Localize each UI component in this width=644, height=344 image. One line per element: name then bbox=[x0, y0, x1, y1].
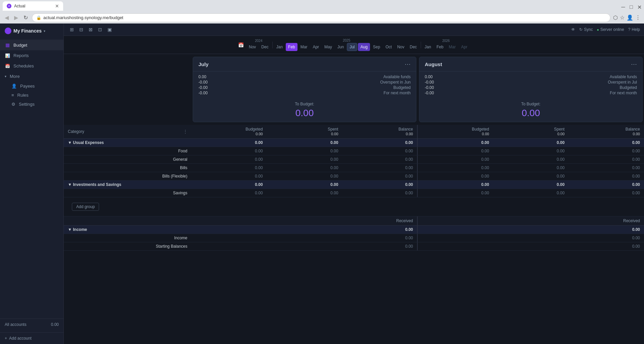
eye-button[interactable]: 👁 bbox=[571, 27, 575, 32]
bills-name[interactable]: Bills bbox=[64, 164, 191, 172]
tab-close-button[interactable]: ✕ bbox=[55, 3, 59, 9]
sidebar-item-schedules[interactable]: 📅 Schedules bbox=[0, 61, 63, 71]
sidebar-item-budget[interactable]: ▦ Budget bbox=[0, 40, 63, 50]
month-jul-2025[interactable]: Jul bbox=[347, 43, 357, 51]
more-section[interactable]: ▾ More bbox=[0, 71, 63, 82]
ue-jul-budgeted[interactable]: 0.00 bbox=[191, 139, 267, 147]
inv-aug-balance: 0.00 bbox=[568, 181, 644, 189]
back-button[interactable]: ◀ bbox=[3, 14, 10, 21]
ue-aug-spent[interactable]: 0.00 bbox=[493, 139, 569, 147]
layout-icon-3[interactable]: ⊠ bbox=[87, 26, 95, 34]
savings-jul-spent[interactable]: 0.00 bbox=[267, 189, 342, 197]
month-dec-2025[interactable]: Dec bbox=[407, 43, 419, 51]
month-aug-2025[interactable]: Aug bbox=[358, 43, 370, 51]
income-cat-aug-s bbox=[493, 234, 569, 242]
investments-name[interactable]: ▼ Investments and Savings bbox=[64, 181, 191, 189]
savings-aug-spent[interactable]: 0.00 bbox=[493, 189, 569, 197]
bills-aug-balance: 0.00 bbox=[568, 164, 644, 172]
inv-jul-budgeted[interactable]: 0.00 bbox=[191, 181, 267, 189]
savings-jul-budgeted[interactable]: 0.00 bbox=[191, 189, 267, 197]
food-aug-budgeted[interactable]: 0.00 bbox=[418, 147, 493, 155]
layout-icon-5[interactable]: ▣ bbox=[105, 26, 113, 34]
general-name[interactable]: General bbox=[64, 155, 191, 163]
month-dec-2024[interactable]: Dec bbox=[259, 43, 271, 51]
month-apr-2025[interactable]: Apr bbox=[310, 43, 321, 51]
billsflex-jul-spent[interactable]: 0.00 bbox=[267, 172, 342, 180]
help-button[interactable]: ? Help bbox=[628, 27, 640, 32]
add-account-button[interactable]: + Add account bbox=[0, 332, 63, 344]
month-mar-2026[interactable]: Mar bbox=[447, 43, 458, 51]
sidebar-item-rules[interactable]: ≡ Rules bbox=[1, 91, 63, 100]
food-jul-spent[interactable]: 0.00 bbox=[267, 147, 342, 155]
bills-jul-budgeted[interactable]: 0.00 bbox=[191, 164, 267, 172]
month-may-2025[interactable]: May bbox=[322, 43, 334, 51]
income-group-name[interactable]: ▼ Income bbox=[64, 226, 191, 234]
profile-button[interactable]: 👤 bbox=[627, 14, 633, 21]
savings-name[interactable]: Savings bbox=[64, 189, 191, 197]
starting-balances-name[interactable]: Starting Balances bbox=[64, 242, 191, 250]
usual-expenses-name[interactable]: ▼ Usual Expenses bbox=[64, 139, 191, 147]
browser-tab[interactable]: A Actual ✕ bbox=[3, 1, 63, 11]
layout-icon-4[interactable]: ⊡ bbox=[96, 26, 104, 34]
add-group-button[interactable]: Add group bbox=[72, 203, 99, 211]
july-menu-button[interactable]: ⋯ bbox=[405, 60, 411, 68]
minimize-button[interactable]: ─ bbox=[621, 4, 625, 8]
bills-flexible-name[interactable]: Bills (Flexible) bbox=[64, 172, 191, 180]
billsflex-aug-budgeted[interactable]: 0.00 bbox=[418, 172, 493, 180]
savings-aug-budgeted[interactable]: 0.00 bbox=[418, 189, 493, 197]
aug-to-budget-label: To Budget: bbox=[425, 102, 637, 106]
month-oct-2025[interactable]: Oct bbox=[383, 43, 394, 51]
bills-aug-spent[interactable]: 0.00 bbox=[493, 164, 569, 172]
month-jan-2026[interactable]: Jan bbox=[422, 43, 433, 51]
more-subitems: 👤 Payees ≡ Rules ⚙ Settings bbox=[0, 82, 63, 109]
sync-button[interactable]: ↻ Sync bbox=[579, 27, 593, 32]
layout-icon-2[interactable]: ⊟ bbox=[77, 26, 85, 34]
address-bar[interactable]: 🔒 actual.mariushosting.synology.me/budge… bbox=[32, 13, 610, 22]
inv-aug-spent[interactable]: 0.00 bbox=[493, 181, 569, 189]
month-mar-2025[interactable]: Mar bbox=[298, 43, 310, 51]
ue-jul-spent[interactable]: 0.00 bbox=[267, 139, 342, 147]
ue-aug-balance: 0.00 bbox=[568, 139, 644, 147]
month-jun-2025[interactable]: Jun bbox=[335, 43, 346, 51]
sidebar-item-reports[interactable]: 📊 Reports bbox=[0, 50, 63, 61]
general-jul-spent[interactable]: 0.00 bbox=[267, 155, 342, 163]
food-jul-budgeted[interactable]: 0.00 bbox=[191, 147, 267, 155]
month-apr-2026[interactable]: Apr bbox=[459, 43, 470, 51]
sidebar-item-settings[interactable]: ⚙ Settings bbox=[1, 100, 63, 109]
cast-button[interactable]: ⬡ bbox=[613, 14, 618, 21]
general-aug-spent[interactable]: 0.00 bbox=[493, 155, 569, 163]
close-button[interactable]: ✕ bbox=[637, 4, 641, 8]
calendar-icon[interactable]: 📅 bbox=[238, 42, 244, 48]
layout-icon-1[interactable]: ⊞ bbox=[68, 26, 76, 34]
bills-aug-budgeted[interactable]: 0.00 bbox=[418, 164, 493, 172]
food-name[interactable]: Food bbox=[64, 147, 191, 155]
sidebar-item-payees[interactable]: 👤 Payees bbox=[1, 82, 63, 91]
month-nov-2025[interactable]: Nov bbox=[395, 43, 407, 51]
bills-flexible-row: Bills (Flexible) 0.00 0.00 0.00 0.00 0.0… bbox=[64, 172, 644, 181]
august-menu-button[interactable]: ⋯ bbox=[631, 60, 637, 68]
bills-jul-spent[interactable]: 0.00 bbox=[267, 164, 342, 172]
month-feb-2026[interactable]: Feb bbox=[434, 43, 446, 51]
month-feb-2025[interactable]: Feb bbox=[286, 43, 297, 51]
inv-aug-budgeted[interactable]: 0.00 bbox=[418, 181, 493, 189]
ue-aug-budgeted[interactable]: 0.00 bbox=[418, 139, 493, 147]
inv-jul-spent[interactable]: 0.00 bbox=[267, 181, 342, 189]
general-aug-budgeted[interactable]: 0.00 bbox=[418, 155, 493, 163]
sidebar-header[interactable]: My Finances ▾ bbox=[0, 23, 63, 38]
extensions-button[interactable]: ⋮ bbox=[635, 14, 641, 21]
maximize-button[interactable]: □ bbox=[629, 4, 633, 8]
month-nov-2024[interactable]: Nov bbox=[246, 43, 258, 51]
food-aug-spent[interactable]: 0.00 bbox=[493, 147, 569, 155]
month-sep-2025[interactable]: Sep bbox=[371, 43, 382, 51]
lock-icon: 🔒 bbox=[36, 15, 41, 20]
sidebar-nav: ▦ Budget 📊 Reports 📅 Schedules ▾ More 👤 … bbox=[0, 38, 63, 318]
billsflex-aug-spent[interactable]: 0.00 bbox=[493, 172, 569, 180]
bookmark-button[interactable]: ☆ bbox=[620, 14, 625, 21]
reload-button[interactable]: ↻ bbox=[22, 14, 29, 21]
month-jan-2025[interactable]: Jan bbox=[274, 43, 285, 51]
general-jul-budgeted[interactable]: 0.00 bbox=[191, 155, 267, 163]
forward-button[interactable]: ▶ bbox=[13, 14, 19, 21]
category-menu-icon[interactable]: ⋮ bbox=[183, 129, 187, 134]
income-cat-name[interactable]: Income bbox=[64, 234, 191, 242]
billsflex-jul-budgeted[interactable]: 0.00 bbox=[191, 172, 267, 180]
